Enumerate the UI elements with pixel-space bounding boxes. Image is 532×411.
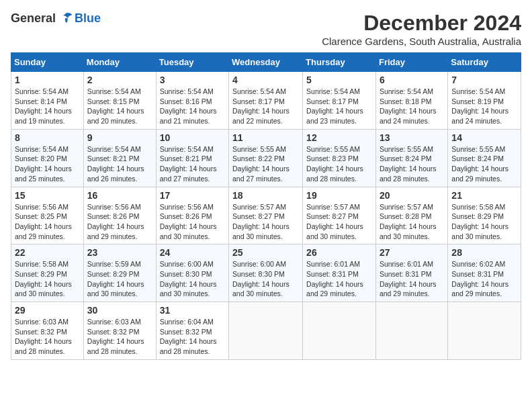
calendar-cell: 15 Sunrise: 5:56 AM Sunset: 8:25 PM Dayl… [11,187,84,244]
day-info: Sunrise: 5:59 AM Sunset: 8:29 PM Dayligh… [87,259,152,299]
day-number: 29 [15,305,80,316]
calendar-week-row: 15 Sunrise: 5:56 AM Sunset: 8:25 PM Dayl… [11,187,521,244]
calendar-cell: 5 Sunrise: 5:54 AM Sunset: 8:17 PM Dayli… [303,72,376,130]
day-number: 15 [15,190,80,201]
calendar-week-row: 1 Sunrise: 5:54 AM Sunset: 8:14 PM Dayli… [11,72,521,130]
calendar-cell [303,302,376,360]
day-info: Sunrise: 6:00 AM Sunset: 8:30 PM Dayligh… [160,259,225,299]
day-number: 22 [15,247,80,258]
day-info: Sunrise: 5:54 AM Sunset: 8:19 PM Dayligh… [451,87,517,126]
calendar-cell: 3 Sunrise: 5:54 AM Sunset: 8:16 PM Dayli… [156,72,228,130]
day-info: Sunrise: 5:56 AM Sunset: 8:26 PM Dayligh… [160,202,225,242]
location-title: Clarence Gardens, South Australia, Austr… [322,36,521,47]
page-header: General Blue December 2024 Clarence Gard… [11,11,521,47]
calendar-week-row: 22 Sunrise: 5:58 AM Sunset: 8:29 PM Dayl… [11,244,521,302]
day-number: 14 [451,132,517,143]
day-number: 27 [380,247,444,258]
day-number: 30 [87,305,152,316]
calendar-cell [375,302,447,360]
calendar-header-wednesday: Wednesday [229,53,303,72]
calendar-cell: 19 Sunrise: 5:57 AM Sunset: 8:27 PM Dayl… [303,187,376,244]
day-number: 9 [87,132,152,143]
logo-general-text: General [11,11,56,26]
day-number: 19 [306,190,372,201]
calendar-cell: 31 Sunrise: 6:04 AM Sunset: 8:32 PM Dayl… [156,302,228,360]
calendar-cell [448,302,521,360]
day-info: Sunrise: 5:58 AM Sunset: 8:29 PM Dayligh… [451,202,517,242]
day-info: Sunrise: 5:54 AM Sunset: 8:16 PM Dayligh… [160,87,225,126]
day-number: 31 [160,305,225,316]
calendar-cell: 22 Sunrise: 5:58 AM Sunset: 8:29 PM Dayl… [11,244,84,302]
calendar-cell: 13 Sunrise: 5:55 AM Sunset: 8:24 PM Dayl… [375,129,447,187]
calendar-week-row: 29 Sunrise: 6:03 AM Sunset: 8:32 PM Dayl… [11,302,521,360]
day-info: Sunrise: 5:56 AM Sunset: 8:25 PM Dayligh… [15,202,80,242]
day-number: 18 [232,190,299,201]
day-info: Sunrise: 6:03 AM Sunset: 8:32 PM Dayligh… [15,317,80,357]
calendar-cell: 24 Sunrise: 6:00 AM Sunset: 8:30 PM Dayl… [156,244,228,302]
day-info: Sunrise: 6:00 AM Sunset: 8:30 PM Dayligh… [232,259,299,299]
logo-blue-text: Blue [75,11,101,26]
calendar-cell: 12 Sunrise: 5:55 AM Sunset: 8:23 PM Dayl… [303,129,376,187]
calendar-cell: 27 Sunrise: 6:01 AM Sunset: 8:31 PM Dayl… [375,244,447,302]
day-info: Sunrise: 5:54 AM Sunset: 8:15 PM Dayligh… [87,87,152,126]
calendar-cell: 30 Sunrise: 6:03 AM Sunset: 8:32 PM Dayl… [83,302,156,360]
day-number: 1 [15,75,80,85]
calendar-cell: 23 Sunrise: 5:59 AM Sunset: 8:29 PM Dayl… [83,244,156,302]
calendar-cell: 8 Sunrise: 5:54 AM Sunset: 8:20 PM Dayli… [11,129,84,187]
day-info: Sunrise: 5:55 AM Sunset: 8:22 PM Dayligh… [232,144,299,184]
day-number: 23 [87,247,152,258]
calendar-header-monday: Monday [83,53,156,72]
day-info: Sunrise: 5:57 AM Sunset: 8:28 PM Dayligh… [380,202,444,242]
calendar-table: SundayMondayTuesdayWednesdayThursdayFrid… [11,52,521,360]
calendar-cell: 25 Sunrise: 6:00 AM Sunset: 8:30 PM Dayl… [229,244,303,302]
day-info: Sunrise: 6:04 AM Sunset: 8:32 PM Dayligh… [160,317,225,357]
day-number: 26 [306,247,372,258]
calendar-cell: 20 Sunrise: 5:57 AM Sunset: 8:28 PM Dayl… [375,187,447,244]
day-info: Sunrise: 5:57 AM Sunset: 8:27 PM Dayligh… [232,202,299,242]
day-number: 11 [232,132,299,143]
day-info: Sunrise: 5:54 AM Sunset: 8:17 PM Dayligh… [232,87,299,126]
calendar-cell [229,302,303,360]
day-number: 2 [87,75,152,85]
calendar-cell: 4 Sunrise: 5:54 AM Sunset: 8:17 PM Dayli… [229,72,303,130]
day-info: Sunrise: 5:55 AM Sunset: 8:23 PM Dayligh… [306,144,372,184]
day-info: Sunrise: 5:57 AM Sunset: 8:27 PM Dayligh… [306,202,372,242]
calendar-cell: 9 Sunrise: 5:54 AM Sunset: 8:21 PM Dayli… [83,129,156,187]
day-number: 5 [306,75,372,85]
calendar-cell: 1 Sunrise: 5:54 AM Sunset: 8:14 PM Dayli… [11,72,84,130]
calendar-header-sunday: Sunday [11,53,84,72]
calendar-cell: 18 Sunrise: 5:57 AM Sunset: 8:27 PM Dayl… [229,187,303,244]
day-info: Sunrise: 5:54 AM Sunset: 8:14 PM Dayligh… [15,87,80,126]
calendar-header-saturday: Saturday [448,53,521,72]
day-number: 25 [232,247,299,258]
calendar-header-thursday: Thursday [303,53,376,72]
calendar-header-tuesday: Tuesday [156,53,228,72]
day-info: Sunrise: 5:54 AM Sunset: 8:17 PM Dayligh… [306,87,372,126]
day-number: 17 [160,190,225,201]
day-info: Sunrise: 5:54 AM Sunset: 8:21 PM Dayligh… [87,144,152,184]
calendar-cell: 29 Sunrise: 6:03 AM Sunset: 8:32 PM Dayl… [11,302,84,360]
calendar-cell: 17 Sunrise: 5:56 AM Sunset: 8:26 PM Dayl… [156,187,228,244]
day-info: Sunrise: 6:03 AM Sunset: 8:32 PM Dayligh… [87,317,152,357]
calendar-header-row: SundayMondayTuesdayWednesdayThursdayFrid… [11,53,521,72]
day-number: 6 [380,75,444,85]
calendar-cell: 28 Sunrise: 6:02 AM Sunset: 8:31 PM Dayl… [448,244,521,302]
day-number: 4 [232,75,299,85]
day-info: Sunrise: 5:56 AM Sunset: 8:26 PM Dayligh… [87,202,152,242]
calendar-cell: 21 Sunrise: 5:58 AM Sunset: 8:29 PM Dayl… [448,187,521,244]
day-info: Sunrise: 5:58 AM Sunset: 8:29 PM Dayligh… [15,259,80,299]
day-number: 28 [451,247,517,258]
day-info: Sunrise: 6:01 AM Sunset: 8:31 PM Dayligh… [380,259,444,299]
calendar-cell: 6 Sunrise: 5:54 AM Sunset: 8:18 PM Dayli… [375,72,447,130]
calendar-cell: 10 Sunrise: 5:54 AM Sunset: 8:21 PM Dayl… [156,129,228,187]
day-number: 7 [451,75,517,85]
day-info: Sunrise: 6:01 AM Sunset: 8:31 PM Dayligh… [306,259,372,299]
day-number: 12 [306,132,372,143]
day-info: Sunrise: 5:55 AM Sunset: 8:24 PM Dayligh… [380,144,444,184]
day-info: Sunrise: 5:54 AM Sunset: 8:21 PM Dayligh… [160,144,225,184]
day-info: Sunrise: 5:55 AM Sunset: 8:24 PM Dayligh… [451,144,517,184]
month-title: December 2024 [322,11,521,36]
calendar-week-row: 8 Sunrise: 5:54 AM Sunset: 8:20 PM Dayli… [11,129,521,187]
day-info: Sunrise: 5:54 AM Sunset: 8:20 PM Dayligh… [15,144,80,184]
calendar-cell: 2 Sunrise: 5:54 AM Sunset: 8:15 PM Dayli… [83,72,156,130]
